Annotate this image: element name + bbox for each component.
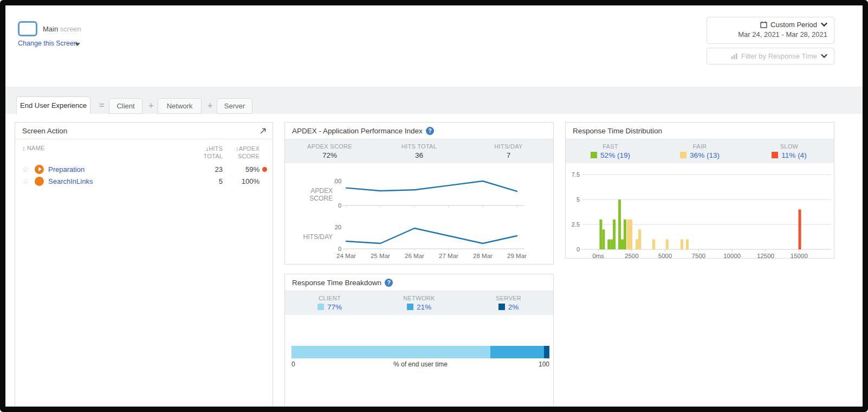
breakdown-stacked-bar bbox=[292, 346, 549, 358]
tab-client[interactable]: Client bbox=[109, 98, 142, 114]
hits-per-day-line-chart: 02024 Mar25 Mar26 Mar27 Mar28 Mar29 Mar bbox=[334, 224, 550, 269]
dashlet-tab-strip: End User Experience = Client + Network +… bbox=[5, 87, 863, 114]
custom-period-range: Mar 24, 2021 - Mar 28, 2021 bbox=[712, 30, 827, 38]
screen-title: Main screen bbox=[43, 25, 81, 33]
chevron-down-icon bbox=[821, 54, 827, 59]
distribution-panel-title: Response Time Distribution bbox=[573, 127, 662, 135]
svg-text:27 Mar: 27 Mar bbox=[439, 253, 458, 259]
response-time-distribution-panel: Response Time Distribution FAST 52% (19)… bbox=[565, 122, 834, 259]
stat-label: HITS/DAY bbox=[494, 143, 522, 150]
help-icon[interactable]: ? bbox=[385, 279, 393, 287]
favorite-star-icon[interactable]: ☆ bbox=[22, 165, 30, 173]
expand-panel-icon[interactable] bbox=[258, 127, 266, 134]
breakdown-segment-server bbox=[544, 346, 549, 358]
breakdown-stats-row: CLIENT 77% NETWORK 21% SERVER 2% bbox=[285, 291, 553, 315]
filter-response-time-label: Filter by Response Time bbox=[741, 52, 817, 60]
tab-end-user-experience[interactable]: End User Experience bbox=[16, 96, 90, 114]
server-stat-link[interactable]: 2% bbox=[498, 303, 519, 311]
svg-text:2.5: 2.5 bbox=[572, 221, 580, 228]
svg-text:29 Mar: 29 Mar bbox=[507, 253, 527, 259]
svg-text:7500: 7500 bbox=[692, 253, 706, 259]
change-screen-caret-icon[interactable] bbox=[75, 43, 80, 46]
client-stat-link[interactable]: 77% bbox=[318, 303, 342, 311]
tab-server[interactable]: Server bbox=[217, 98, 252, 114]
slow-swatch-icon bbox=[772, 152, 778, 158]
screen-thumbnail-icon bbox=[18, 21, 37, 36]
fast-swatch-icon bbox=[591, 152, 597, 158]
stat-label: HITS TOTAL bbox=[401, 143, 437, 150]
filter-response-time-button[interactable]: Filter by Response Time bbox=[707, 48, 834, 65]
bar-chart-icon bbox=[731, 53, 738, 60]
low-apdex-dot-icon bbox=[260, 167, 267, 172]
hits-total-value: 5 bbox=[198, 177, 223, 185]
svg-text:12500: 12500 bbox=[757, 253, 774, 259]
hits-total-value: 23 bbox=[198, 165, 223, 173]
apdex-score-stat: 72% bbox=[322, 151, 337, 159]
column-header-name[interactable]: ↕ NAME bbox=[22, 145, 198, 151]
svg-text:0: 0 bbox=[338, 202, 341, 209]
custom-period-label: Custom Period bbox=[770, 21, 817, 29]
svg-text:25 Mar: 25 Mar bbox=[371, 253, 390, 259]
hits-total-stat: 36 bbox=[415, 151, 423, 159]
network-swatch-icon bbox=[407, 304, 413, 310]
tab-separator-plus: + bbox=[148, 101, 153, 111]
stat-label: FAIR bbox=[693, 143, 707, 150]
svg-text:2500: 2500 bbox=[625, 253, 639, 259]
screen-action-column-headers: ↕ NAME ↓HITS TOTAL ↕APDEX SCORE bbox=[15, 139, 273, 163]
breakdown-segment-client bbox=[292, 346, 490, 358]
column-header-hits-total[interactable]: ↓HITS TOTAL bbox=[198, 145, 223, 160]
apdex-score-line-chart: 0100 bbox=[334, 178, 550, 211]
response-time-breakdown-panel: Response Time Breakdown ? CLIENT 77% NET… bbox=[284, 274, 554, 409]
table-row[interactable]: ☆ Preparation 23 59% bbox=[15, 163, 273, 175]
breakdown-segment-network bbox=[490, 346, 545, 358]
stat-label: SERVER bbox=[496, 295, 521, 301]
stat-label: NETWORK bbox=[403, 295, 435, 301]
screen-action-link[interactable]: Preparation bbox=[48, 165, 85, 173]
svg-text:10000: 10000 bbox=[723, 253, 741, 259]
distribution-stats-row: FAST 52% (19) FAIR 36% (13) SLOW 11% (4) bbox=[566, 139, 834, 163]
apdex-stats-row: APDEX SCORE 72% HITS TOTAL 36 HITS/DAY 7 bbox=[285, 139, 553, 163]
screen-action-panel: Screen Action ↕ NAME ↓HITS TOTAL ↕APDEX … bbox=[15, 122, 273, 409]
header-bar: Main screen Change this Screen Custom Pe… bbox=[5, 5, 863, 87]
dashboard-page: Main screen Change this Screen Custom Pe… bbox=[5, 5, 863, 407]
action-circle-icon bbox=[35, 177, 44, 186]
svg-text:5000: 5000 bbox=[658, 253, 672, 259]
breakdown-panel-title: Response Time Breakdown bbox=[292, 279, 381, 287]
screen-action-link[interactable]: SearchInLinks bbox=[48, 177, 93, 185]
chevron-down-icon bbox=[821, 23, 827, 27]
svg-text:15000: 15000 bbox=[791, 253, 808, 259]
stat-label: APDEX SCORE bbox=[307, 143, 352, 150]
tab-separator-equals: = bbox=[99, 101, 104, 111]
svg-text:100: 100 bbox=[334, 178, 341, 184]
slow-stat-link[interactable]: 11% (4) bbox=[772, 151, 806, 159]
fast-stat-link[interactable]: 52% (19) bbox=[591, 151, 630, 159]
tab-network[interactable]: Network bbox=[158, 98, 202, 114]
custom-period-button[interactable]: Custom Period Mar 24, 2021 - Mar 28, 202… bbox=[707, 17, 834, 44]
response-time-histogram: 02.557.50ms250050007500100001250015000 bbox=[566, 169, 835, 266]
screen-type-label: Main bbox=[43, 25, 58, 33]
svg-text:7.5: 7.5 bbox=[572, 171, 580, 178]
breakdown-axis: 0 % of end user time 100 bbox=[292, 360, 549, 368]
hits-day-row-label: HITS/DAY bbox=[289, 233, 333, 241]
screenshot-frame: Main screen Change this Screen Custom Pe… bbox=[0, 0, 868, 412]
column-header-apdex-score[interactable]: ↕APDEX SCORE bbox=[229, 145, 260, 160]
apdex-score-value: 100% bbox=[229, 177, 260, 185]
help-icon[interactable]: ? bbox=[426, 127, 434, 135]
svg-text:28 Mar: 28 Mar bbox=[473, 253, 493, 259]
network-stat-link[interactable]: 21% bbox=[407, 303, 431, 311]
screen-action-title: Screen Action bbox=[22, 127, 67, 135]
svg-text:26 Mar: 26 Mar bbox=[405, 253, 424, 259]
screen-type-suffix: screen bbox=[60, 25, 81, 33]
change-screen-link[interactable]: Change this Screen bbox=[18, 40, 77, 47]
action-play-circle-icon bbox=[35, 165, 44, 174]
stat-label: CLIENT bbox=[319, 295, 341, 301]
table-row[interactable]: ☆ SearchInLinks 5 100% bbox=[15, 175, 273, 187]
fair-stat-link[interactable]: 36% (13) bbox=[680, 151, 720, 159]
svg-text:0: 0 bbox=[576, 246, 580, 253]
apdex-panel: APDEX - Application Performance Index ? … bbox=[284, 122, 554, 265]
favorite-star-icon[interactable]: ☆ bbox=[22, 177, 30, 185]
axis-title: % of end user time bbox=[292, 360, 549, 368]
tab-separator-plus: + bbox=[208, 101, 212, 111]
client-swatch-icon bbox=[318, 304, 324, 310]
stat-label: SLOW bbox=[780, 143, 799, 150]
